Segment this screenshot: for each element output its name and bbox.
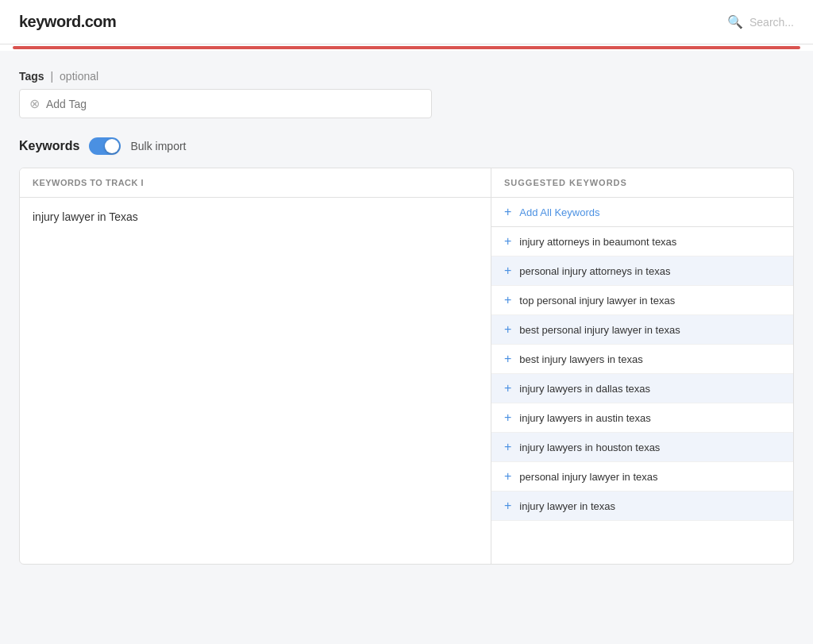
toggle-track <box>89 137 121 155</box>
logo: keyword.com <box>19 13 116 31</box>
suggested-keywords-header: SUGGESTED KEYWORDS <box>491 168 793 198</box>
suggestion-plus-icon-1: + <box>504 235 511 248</box>
bulk-import-label[interactable]: Bulk import <box>130 140 186 152</box>
suggestion-plus-icon-7: + <box>504 411 511 424</box>
suggestion-item-1[interactable]: +injury attorneys in beaumont texas <box>491 227 793 256</box>
suggestion-plus-icon-6: + <box>504 382 511 395</box>
keywords-title: Keywords <box>19 139 79 153</box>
tag-icon: ⊗ <box>29 96 40 111</box>
keywords-table: Keywords to Track i injury lawyer in Tex… <box>19 168 794 565</box>
suggestion-text-8: injury lawyers in houston texas <box>519 442 780 453</box>
add-all-plus-icon: + <box>504 206 511 218</box>
keywords-header: Keywords Bulk import <box>19 137 794 155</box>
suggestion-plus-icon-3: + <box>504 294 511 307</box>
toggle-wrapper[interactable] <box>89 137 121 155</box>
suggestion-text-7: injury lawyers in austin texas <box>519 412 780 424</box>
suggestion-item-10[interactable]: +injury lawyer in texas <box>491 492 793 521</box>
suggestion-item-6[interactable]: +injury lawyers in dallas texas <box>491 374 793 403</box>
suggestion-text-2: personal injury attorneys in texas <box>519 265 780 277</box>
suggestion-text-4: best personal injury lawyer in texas <box>519 324 780 336</box>
suggestion-text-10: injury lawyer in texas <box>519 500 780 512</box>
progress-bar-container <box>0 44 813 51</box>
search-icon: 🔍 <box>727 14 743 29</box>
suggestion-text-5: best injury lawyers in texas <box>519 353 780 365</box>
header: keyword.com 🔍 Search... <box>0 0 813 44</box>
suggestion-text-3: top personal injury lawyer in texas <box>519 295 780 307</box>
suggestion-text-9: personal injury lawyer in texas <box>519 471 780 483</box>
main-content: Tags | optional ⊗ Keywords Bulk import <box>0 51 813 596</box>
keywords-to-track-header: Keywords to Track i <box>20 168 491 198</box>
keyword-input-area[interactable]: injury lawyer in Texas <box>20 198 491 236</box>
keywords-right-column: SUGGESTED KEYWORDS + Add All Keywords +i… <box>491 168 793 564</box>
suggestion-text-6: injury lawyers in dallas texas <box>519 383 780 395</box>
tag-input[interactable] <box>46 98 422 110</box>
current-keyword: injury lawyer in Texas <box>33 210 138 223</box>
keywords-left-column: Keywords to Track i injury lawyer in Tex… <box>20 168 491 564</box>
suggestion-item-2[interactable]: +personal injury attorneys in texas <box>491 256 793 286</box>
add-all-keywords[interactable]: + Add All Keywords <box>491 198 793 227</box>
header-search[interactable]: 🔍 Search... <box>727 14 794 29</box>
keywords-toggle[interactable] <box>89 137 121 155</box>
tag-input-wrapper[interactable]: ⊗ <box>19 89 432 118</box>
suggestion-item-4[interactable]: +best personal injury lawyer in texas <box>491 315 793 345</box>
suggestion-text-1: injury attorneys in beaumont texas <box>519 236 780 248</box>
suggestion-item-8[interactable]: +injury lawyers in houston texas <box>491 433 793 462</box>
optional-label: | <box>51 70 57 83</box>
suggestion-item-7[interactable]: +injury lawyers in austin texas <box>491 403 793 433</box>
suggestion-plus-icon-9: + <box>504 470 511 483</box>
search-placeholder: Search... <box>749 16 794 29</box>
keywords-section: Keywords Bulk import Keywords to Track i… <box>19 137 794 565</box>
suggestion-plus-icon-10: + <box>504 499 511 512</box>
tags-label: Tags | optional <box>19 70 794 83</box>
optional-text: optional <box>60 70 98 83</box>
suggestion-item-5[interactable]: +best injury lawyers in texas <box>491 345 793 374</box>
progress-bar <box>13 46 800 49</box>
suggestion-item-9[interactable]: +personal injury lawyer in texas <box>491 462 793 492</box>
suggestion-plus-icon-8: + <box>504 441 511 453</box>
suggestion-plus-icon-2: + <box>504 264 511 277</box>
suggestion-plus-icon-5: + <box>504 353 511 365</box>
suggestions-list: +injury attorneys in beaumont texas+pers… <box>491 227 793 521</box>
toggle-thumb <box>105 139 119 153</box>
add-all-label: Add All Keywords <box>519 206 780 218</box>
suggestion-item-3[interactable]: +top personal injury lawyer in texas <box>491 286 793 315</box>
suggestion-plus-icon-4: + <box>504 323 511 336</box>
tags-section: Tags | optional ⊗ <box>19 70 794 118</box>
